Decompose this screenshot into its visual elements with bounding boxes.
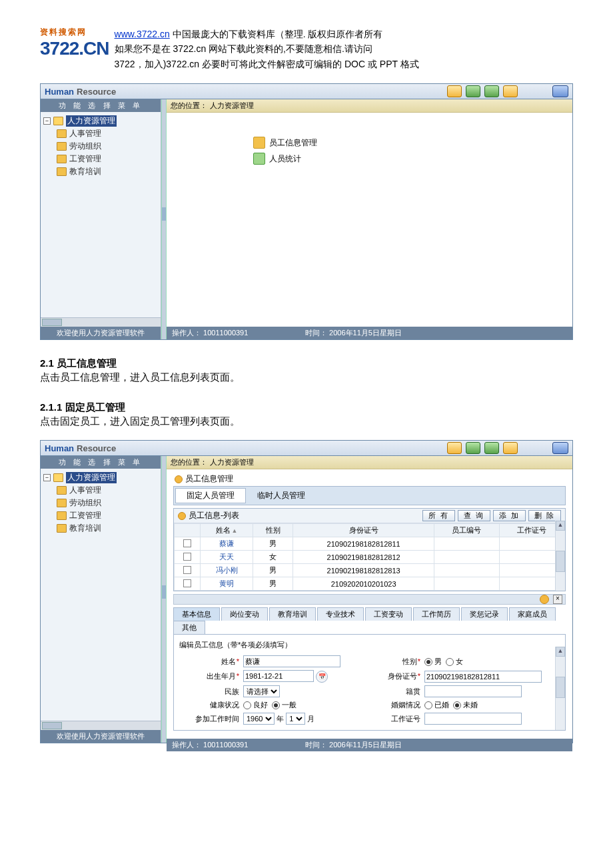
tree-root[interactable]: − 人力资源管理	[43, 115, 158, 127]
collapse-icon[interactable]: −	[43, 117, 51, 125]
radio-unmarried[interactable]	[453, 701, 461, 709]
input-id[interactable]	[424, 671, 542, 683]
subtab-wage[interactable]: 工资变动	[365, 607, 412, 621]
label-sex: 性别*	[367, 657, 420, 667]
splitter[interactable]	[161, 99, 167, 339]
app-window-1: Human Resource 功 能 选 择 菜 单 − 人力资源管理 人事管理	[40, 83, 573, 340]
subtab-reward[interactable]: 奖惩记录	[461, 607, 508, 621]
brand-resource: Resource	[77, 87, 116, 97]
cell-sex: 男	[253, 537, 293, 551]
radio-female[interactable]	[446, 658, 454, 666]
collapse-icon[interactable]: −	[43, 474, 51, 481]
th-sex[interactable]: 性别	[253, 524, 293, 537]
panel-divider[interactable]: ×	[173, 594, 566, 605]
row-checkbox[interactable]	[183, 566, 191, 574]
tab-fixed[interactable]: 固定人员管理	[175, 488, 246, 503]
th-emp[interactable]: 员工编号	[434, 524, 499, 537]
tree-item-personnel[interactable]: 人事管理	[43, 484, 158, 497]
time-label: 时间：	[305, 329, 327, 337]
subtab-tech[interactable]: 专业技术	[317, 607, 364, 621]
table-row[interactable]: 黄明 男 2109202010201023	[175, 577, 565, 591]
back-icon[interactable]	[466, 85, 480, 97]
radio-health-good[interactable]	[243, 701, 251, 709]
folder-icon	[57, 167, 67, 176]
sidebar-footer: 欢迎使用人力资源管理软件	[41, 327, 161, 339]
tree-item-education[interactable]: 教育培训	[43, 165, 158, 178]
breadcrumb: 您的位置： 人力资源管理	[167, 456, 572, 469]
refresh-icon[interactable]	[484, 85, 499, 97]
subtab-resume[interactable]: 工作简历	[413, 607, 460, 621]
select-work-year[interactable]: 1960	[243, 713, 275, 725]
tree-item-labor[interactable]: 劳动组织	[43, 497, 158, 509]
home-icon[interactable]	[447, 442, 462, 454]
radio-married[interactable]	[424, 701, 432, 709]
row-checkbox[interactable]	[183, 553, 191, 561]
link-person-stats[interactable]: 人员统计	[253, 153, 566, 165]
radio-health-normal[interactable]	[272, 701, 280, 709]
detail-tabs: 基本信息 岗位变动 教育培训 专业技术 工资变动 工作简历 奖惩记录 家庭成员 …	[173, 607, 566, 634]
back-icon[interactable]	[466, 442, 480, 454]
stats-icon	[253, 153, 265, 165]
tree-item-wage[interactable]: 工资管理	[43, 153, 158, 165]
refresh-icon[interactable]	[484, 442, 499, 454]
splitter[interactable]	[161, 456, 167, 743]
logo-text: 3722.CN	[40, 38, 109, 59]
table-row[interactable]: 天天 女 210902198182812812	[175, 551, 565, 564]
row-checkbox[interactable]	[183, 579, 191, 587]
close-icon[interactable]: ×	[553, 595, 562, 604]
help-icon[interactable]	[552, 85, 568, 97]
content-area: 员工信息管理 人员统计	[167, 113, 572, 327]
input-name[interactable]	[243, 655, 340, 667]
site-link[interactable]: www.3722.cn	[115, 29, 170, 39]
page-header: 资料搜索网 3722.CN www.3722.cn 中国最庞大的下载资料库（整理…	[40, 27, 573, 71]
tab-temp[interactable]: 临时人员管理	[246, 488, 316, 503]
sidebar-hscroll[interactable]	[41, 317, 161, 327]
link-employee-info[interactable]: 员工信息管理	[253, 137, 566, 149]
link-label: 员工信息管理	[269, 137, 317, 149]
select-work-month[interactable]: 1	[286, 713, 305, 725]
table-row[interactable]: 蔡谦 男 210902198182812811	[175, 537, 565, 551]
subtab-edu[interactable]: 教育培训	[269, 607, 316, 621]
tree-item-personnel[interactable]: 人事管理	[43, 127, 158, 140]
collapse-up-icon[interactable]	[540, 595, 549, 604]
sidebar-hscroll[interactable]	[41, 721, 161, 730]
btn-add[interactable]: 添 加	[493, 510, 526, 521]
folder-icon	[57, 524, 67, 533]
bullet-icon	[178, 512, 186, 520]
radio-male[interactable]	[424, 658, 432, 666]
tree-item-wage[interactable]: 工资管理	[43, 509, 158, 522]
input-workno[interactable]	[424, 713, 522, 725]
subtab-other[interactable]: 其他	[173, 621, 205, 634]
label-nation: 民族	[179, 687, 239, 697]
tree-item-education[interactable]: 教育培训	[43, 522, 158, 535]
cell-id: 2109202010201023	[293, 577, 434, 591]
folder-icon[interactable]	[503, 442, 518, 454]
home-icon[interactable]	[447, 85, 462, 97]
row-checkbox[interactable]	[183, 539, 191, 547]
btn-all[interactable]: 所 有	[422, 510, 455, 521]
help-icon[interactable]	[552, 442, 568, 454]
btn-delete[interactable]: 删 除	[528, 510, 561, 521]
tree-item-labor[interactable]: 劳动组织	[43, 140, 158, 153]
form-vscroll[interactable]: ▲	[555, 647, 565, 730]
header-line3: 3722，加入)3722.cn 必要时可将此文件解密成可编辑的 DOC 或 PP…	[115, 57, 419, 71]
th-name[interactable]: 姓名▲	[201, 524, 253, 537]
folder-icon[interactable]	[503, 85, 518, 97]
calendar-icon[interactable]: 📅	[316, 671, 328, 683]
cell-id: 210902198182812812	[293, 551, 434, 564]
tree-root[interactable]: − 人力资源管理	[43, 471, 158, 484]
btn-query[interactable]: 查 询	[458, 510, 490, 521]
subtab-post[interactable]: 岗位变动	[221, 607, 268, 621]
subtab-family[interactable]: 家庭成员	[509, 607, 556, 621]
titlebar: Human Resource	[41, 441, 572, 456]
subtab-basic[interactable]: 基本信息	[173, 607, 220, 621]
input-birth[interactable]	[243, 670, 314, 682]
input-native[interactable]	[424, 685, 522, 697]
table-row[interactable]: 冯小刚 男 210902198182812813	[175, 564, 565, 577]
select-nation[interactable]: 请选择	[243, 685, 280, 697]
list-vscroll[interactable]: ▲	[555, 521, 565, 591]
th-id[interactable]: 身份证号	[293, 524, 434, 537]
folder-open-icon	[53, 473, 63, 482]
folder-icon	[57, 142, 67, 151]
logo-tagline: 资料搜索网	[40, 27, 87, 38]
